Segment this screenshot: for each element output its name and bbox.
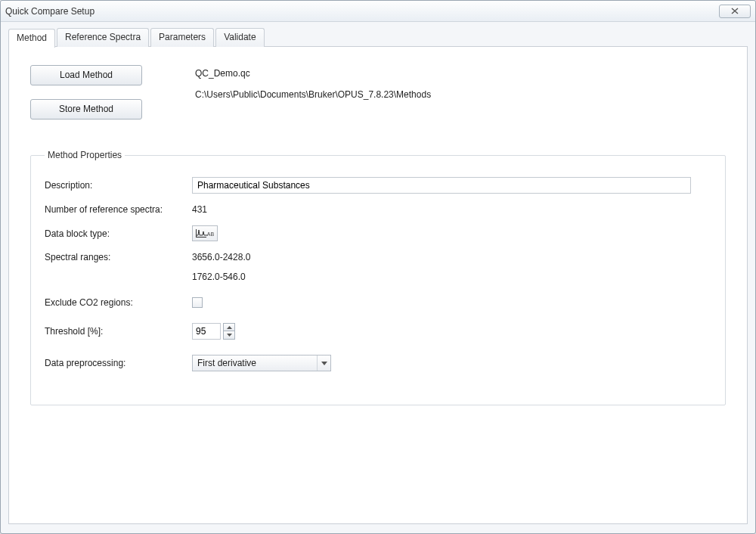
tab-parameters[interactable]: Parameters (150, 28, 214, 47)
description-input[interactable] (192, 177, 691, 194)
close-icon (731, 8, 739, 14)
chevron-up-icon (227, 326, 232, 329)
threshold-up-button[interactable] (223, 323, 235, 331)
tabpage-method: Load Method Store Method QC_Demo.qc C:\U… (8, 46, 748, 524)
row-description: Description: (45, 177, 711, 194)
select-arrow (317, 355, 330, 371)
method-properties-group: Method Properties Description: Number of… (30, 150, 726, 405)
tab-method[interactable]: Method (8, 29, 55, 48)
method-info: QC_Demo.qc C:\Users\Public\Documents\Bru… (195, 65, 431, 100)
data-preprocessing-select[interactable]: First derivative (192, 355, 331, 371)
spectral-range-2: 1762.0-546.0 (192, 272, 250, 282)
row-num-ref-spectra: Number of reference spectra: 431 (45, 204, 711, 215)
label-data-preprocessing: Data preprocessing: (45, 358, 192, 368)
method-top-row: Load Method Store Method QC_Demo.qc C:\U… (30, 65, 726, 120)
data-block-ab-label: AB (207, 231, 214, 237)
label-threshold: Threshold [%]: (45, 326, 192, 337)
window-quick-compare-setup: Quick Compare Setup Method Reference Spe… (0, 0, 756, 534)
value-num-ref-spectra: 431 (192, 204, 207, 215)
body-area: Method Reference Spectra Parameters Vali… (1, 22, 755, 533)
label-description: Description: (45, 180, 192, 191)
tab-reference-spectra[interactable]: Reference Spectra (57, 28, 149, 47)
method-filename: QC_Demo.qc (195, 68, 431, 79)
row-spectral-ranges: Spectral ranges: 3656.0-2428.0 1762.0-54… (45, 252, 711, 282)
label-spectral-ranges: Spectral ranges: (45, 252, 192, 262)
threshold-input[interactable] (192, 323, 221, 340)
threshold-spinner (192, 323, 235, 340)
row-exclude-co2: Exclude CO2 regions: (45, 297, 711, 308)
label-exclude-co2: Exclude CO2 regions: (45, 297, 192, 308)
method-properties-legend: Method Properties (45, 150, 125, 160)
close-button[interactable] (719, 5, 751, 18)
label-data-block-type: Data block type: (45, 228, 192, 239)
threshold-down-button[interactable] (223, 331, 235, 340)
exclude-co2-checkbox[interactable] (192, 297, 203, 308)
row-threshold: Threshold [%]: (45, 323, 711, 340)
method-path: C:\Users\Public\Documents\Bruker\OPUS_7.… (195, 89, 431, 100)
label-num-ref-spectra: Number of reference spectra: (45, 204, 192, 215)
spectrum-icon (196, 229, 206, 238)
titlebar: Quick Compare Setup (1, 1, 755, 22)
chevron-down-icon (321, 362, 327, 365)
row-data-block-type: Data block type: AB (45, 225, 711, 241)
row-data-preprocessing: Data preprocessing: First derivative (45, 355, 711, 371)
spectral-ranges-values: 3656.0-2428.0 1762.0-546.0 (192, 252, 250, 282)
window-title: Quick Compare Setup (5, 6, 719, 17)
tabstrip: Method Reference Spectra Parameters Vali… (8, 28, 748, 47)
chevron-down-icon (227, 334, 232, 337)
data-block-type-button[interactable]: AB (192, 225, 218, 241)
load-method-button[interactable]: Load Method (30, 65, 142, 85)
store-method-button[interactable]: Store Method (30, 99, 142, 120)
tab-validate[interactable]: Validate (215, 28, 264, 47)
spectral-range-1: 3656.0-2428.0 (192, 252, 250, 262)
data-preprocessing-selected: First derivative (197, 358, 317, 368)
method-buttons: Load Method Store Method (30, 65, 142, 120)
